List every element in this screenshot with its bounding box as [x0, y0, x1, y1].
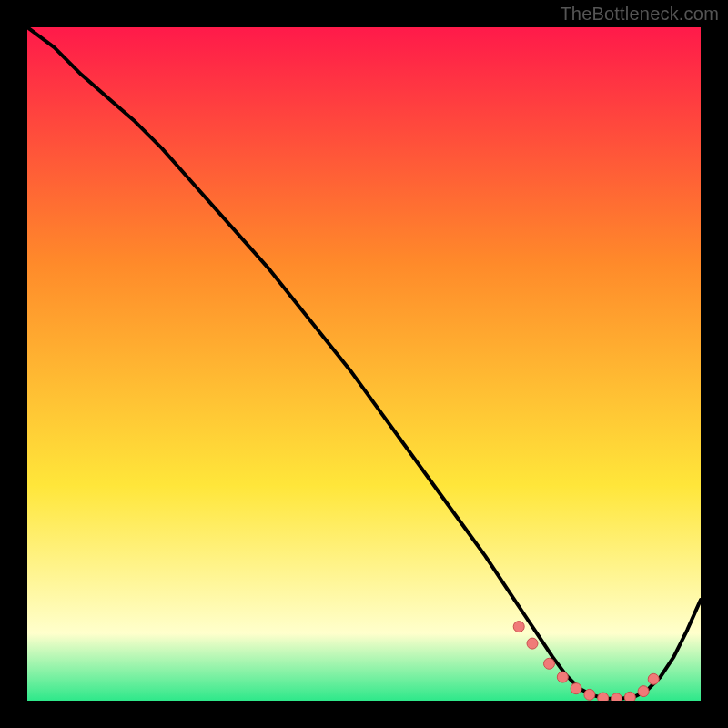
chart-frame: TheBottleneck.com: [0, 0, 728, 728]
optimal-dot: [544, 658, 555, 669]
optimal-dot: [648, 673, 659, 684]
optimal-dot: [527, 638, 538, 649]
optimal-dot: [513, 622, 524, 632]
optimal-dot: [624, 692, 635, 701]
watermark-text: TheBottleneck.com: [560, 4, 719, 25]
optimal-dot: [612, 693, 622, 701]
chart-svg: [27, 27, 701, 701]
optimal-dot: [598, 693, 609, 701]
gradient-background: [27, 27, 701, 701]
optimal-dot: [638, 686, 649, 697]
plot-area: [27, 27, 701, 701]
optimal-dot: [584, 689, 595, 700]
optimal-dot: [571, 683, 581, 694]
optimal-dot: [557, 672, 568, 682]
